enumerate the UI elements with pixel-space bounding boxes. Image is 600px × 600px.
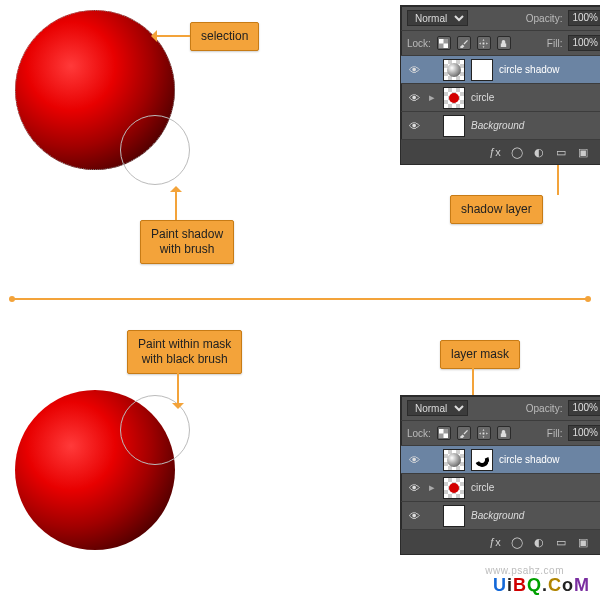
new-layer-icon[interactable]: ▣ xyxy=(575,534,591,550)
layer-name: Background xyxy=(471,510,524,521)
adjustment-icon[interactable]: ◐ xyxy=(531,144,547,160)
section-divider xyxy=(12,298,588,300)
layer-name: Background xyxy=(471,120,524,131)
layer-name: circle shadow xyxy=(499,454,560,465)
group-icon[interactable]: ▭ xyxy=(553,534,569,550)
callout-selection: selection xyxy=(190,22,259,51)
eye-icon[interactable]: 👁 xyxy=(407,92,421,104)
svg-rect-4 xyxy=(439,429,444,434)
layer-row-circle-shadow[interactable]: 👁 circle shadow xyxy=(401,56,600,84)
lp-footer: ƒx ◯ ◐ ▭ ▣ 🗑 xyxy=(401,530,600,554)
lp-lock-row: Lock: Fill: 100% ▾ xyxy=(401,31,600,56)
lp-blend-row: Normal Opacity: 100% ▾ xyxy=(401,6,600,31)
arrow-selection xyxy=(155,35,190,37)
arrow-paint-shadow xyxy=(175,190,177,220)
lock-all-icon[interactable] xyxy=(497,36,511,50)
layer-thumb xyxy=(443,449,465,471)
svg-rect-2 xyxy=(444,43,449,48)
brush-cursor-top xyxy=(120,115,190,185)
fill-label: Fill: xyxy=(547,428,563,439)
layer-name: circle shadow xyxy=(499,64,560,75)
opacity-label: Opacity: xyxy=(526,403,563,414)
layer-thumb xyxy=(443,505,465,527)
chevron-right-icon[interactable]: ▸ xyxy=(427,481,437,494)
mask-thumb xyxy=(471,59,493,81)
opacity-value[interactable]: 100% xyxy=(568,400,600,416)
fx-icon[interactable]: ƒx xyxy=(487,534,503,550)
lock-brush-icon[interactable] xyxy=(457,36,471,50)
lock-label: Lock: xyxy=(407,38,431,49)
layer-row-circle[interactable]: 👁 ▸ circle xyxy=(401,84,600,112)
mask-thumb xyxy=(471,449,493,471)
mask-icon[interactable]: ◯ xyxy=(509,144,525,160)
opacity-value[interactable]: 100% xyxy=(568,10,600,26)
callout-paint-mask: Paint within mask with black brush xyxy=(127,330,242,374)
opacity-label: Opacity: xyxy=(526,13,563,24)
watermark-brand: UiBQ.CoM xyxy=(493,575,590,596)
layer-thumb xyxy=(443,59,465,81)
lock-transparent-icon[interactable] xyxy=(437,426,451,440)
lp-footer: ƒx ◯ ◐ ▭ ▣ 🗑 xyxy=(401,140,600,164)
fill-label: Fill: xyxy=(547,38,563,49)
blend-mode-select[interactable]: Normal xyxy=(407,400,468,416)
callout-paint-shadow: Paint shadow with brush xyxy=(140,220,234,264)
fill-value[interactable]: 100% xyxy=(568,425,600,441)
svg-rect-5 xyxy=(444,433,449,438)
group-icon[interactable]: ▭ xyxy=(553,144,569,160)
layer-row-background[interactable]: 👁 Background xyxy=(401,112,600,140)
eye-icon[interactable]: 👁 xyxy=(407,510,421,522)
layer-name: circle xyxy=(471,482,494,493)
callout-layer-mask: layer mask xyxy=(440,340,520,369)
layers-panel-top: Normal Opacity: 100% ▾ Lock: Fill: 100% … xyxy=(400,5,600,165)
layer-thumb xyxy=(443,115,465,137)
chevron-right-icon[interactable]: ▸ xyxy=(427,91,437,104)
mask-icon[interactable]: ◯ xyxy=(509,534,525,550)
layer-thumb xyxy=(443,87,465,109)
eye-icon[interactable]: 👁 xyxy=(407,64,421,76)
lock-brush-icon[interactable] xyxy=(457,426,471,440)
lock-transparent-icon[interactable] xyxy=(437,36,451,50)
lp-lock-row: Lock: Fill: 100% ▾ xyxy=(401,421,600,446)
lock-move-icon[interactable] xyxy=(477,36,491,50)
layer-row-circle[interactable]: 👁 ▸ circle xyxy=(401,474,600,502)
eye-icon[interactable]: 👁 xyxy=(407,120,421,132)
layer-row-circle-shadow[interactable]: 👁 circle shadow xyxy=(401,446,600,474)
svg-rect-1 xyxy=(439,39,444,44)
eye-icon[interactable]: 👁 xyxy=(407,454,421,466)
blend-mode-select[interactable]: Normal xyxy=(407,10,468,26)
lock-move-icon[interactable] xyxy=(477,426,491,440)
fill-value[interactable]: 100% xyxy=(568,35,600,51)
fx-icon[interactable]: ƒx xyxy=(487,144,503,160)
layers-panel-bottom: Normal Opacity: 100% ▾ Lock: Fill: 100% … xyxy=(400,395,600,555)
layer-name: circle xyxy=(471,92,494,103)
arrow-paint-mask xyxy=(177,365,179,405)
lock-label: Lock: xyxy=(407,428,431,439)
eye-icon[interactable]: 👁 xyxy=(407,482,421,494)
adjustment-icon[interactable]: ◐ xyxy=(531,534,547,550)
lp-blend-row: Normal Opacity: 100% ▾ xyxy=(401,396,600,421)
new-layer-icon[interactable]: ▣ xyxy=(575,144,591,160)
lock-all-icon[interactable] xyxy=(497,426,511,440)
callout-shadow-layer: shadow layer xyxy=(450,195,543,224)
layer-row-background[interactable]: 👁 Background xyxy=(401,502,600,530)
layer-thumb xyxy=(443,477,465,499)
